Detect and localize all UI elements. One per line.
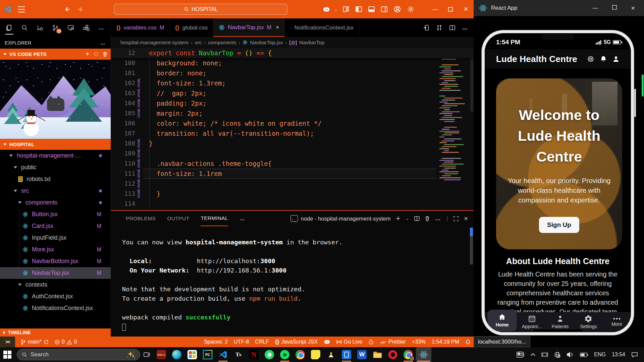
taskbar-app-phonelink[interactable] [339,347,354,362]
taskbar-app-chrome-profile[interactable] [400,347,416,362]
pets-section-header[interactable]: VS CODE PETS + [0,49,111,60]
nav-item-settings[interactable]: Settings [574,312,602,332]
tab-navbartop-jsx[interactable]: NavbarTop.jsxM× [213,18,285,37]
go-live-item[interactable]: Go Live [333,337,365,347]
code-editor[interactable]: 12export const NavbarTop = () => { 100 b… [111,48,474,210]
tree-item-public[interactable]: public [0,162,111,173]
maximize-button[interactable] [612,5,617,11]
more-actions-icon[interactable]: … [95,20,108,35]
notification-center-icon[interactable] [631,352,638,358]
close-tab-icon[interactable]: × [276,24,279,31]
terminal-instance[interactable]: ›_ node - hospital-management-system [290,215,391,222]
remote-explorer-icon[interactable] [64,20,77,35]
task-view-icon[interactable] [140,347,154,362]
taskbar-app-bible[interactable]: BIBLE [154,347,169,362]
settings-gear-icon[interactable] [404,6,417,13]
breadcrumb-item[interactable]: NavbarTop [299,40,324,46]
taskbar-app-vscode[interactable] [215,347,231,362]
browser-scrollbar-thumb[interactable] [642,74,644,97]
nav-item-appoint[interactable]: Appoint... [518,312,546,332]
tree-item-src[interactable]: src [0,185,111,197]
add-pet-icon[interactable]: + [86,50,90,58]
toggle-secondary-sidebar-icon[interactable] [378,6,390,12]
kill-terminal-icon[interactable] [425,216,430,221]
eol-item[interactable]: CRLF [252,337,272,347]
breadcrumb[interactable]: hospital-management-system›src›component… [111,37,474,48]
notifications-bell-icon[interactable] [462,337,474,347]
taskbar-app-edge[interactable] [169,347,184,362]
timeline-section[interactable]: TIMELINE [0,328,111,337]
prettier-item[interactable]: Prettier [377,337,409,347]
tray-expand-icon[interactable] [531,353,535,356]
battery-icon[interactable] [579,352,588,357]
terminal-dropdown-icon[interactable]: ⌄ [406,216,409,221]
nav-item-more[interactable]: More [603,312,631,332]
tree-item-contexts[interactable]: contexts [0,279,111,291]
taskbar-app-vlc[interactable] [323,347,339,362]
nav-item-home[interactable]: Home [488,310,516,331]
git-branch-item[interactable]: main* [18,337,52,347]
nav-item-patients[interactable]: Patients [546,312,574,332]
remote-indicator[interactable]: >< [0,337,15,347]
breadcrumb-item[interactable]: hospital-management-system [120,40,189,46]
tree-item-authcontext-jsx[interactable]: AuthContext.jsx [0,291,111,302]
breadcrumb-item[interactable]: NavbarTop.jsx [250,40,283,46]
taskbar-app-pycharm[interactable]: PC [200,347,215,362]
tray-clock[interactable]: 13:54 [612,352,625,358]
terminal-output[interactable]: You can now view hospital-management-sys… [111,226,469,337]
panel-tab-problems[interactable]: PROBLEMS [126,211,156,226]
tree-item-notificationscontext-jsx[interactable]: NotificationsContext.jsx [0,302,111,314]
app-notifications-bell-icon[interactable] [600,55,607,63]
close-button[interactable]: ✕ [458,0,474,18]
copilot-icon[interactable] [321,6,332,12]
language-indicator[interactable]: ENG [594,352,606,358]
nav-back-icon[interactable] [60,6,74,13]
tree-item-navbarbottom-jsx[interactable]: NavbarBottom.jsxM [0,255,111,267]
app-settings-gear-icon[interactable] [587,55,594,63]
run-debug-icon[interactable] [34,20,47,35]
tree-item-inputfield-jsx[interactable]: InputField.jsx [0,232,111,244]
minimap[interactable] [439,48,470,189]
split-editor-icon[interactable] [449,24,455,31]
minimize-button[interactable]: — [427,0,443,18]
delete-pets-icon[interactable] [103,52,107,57]
zoom-level-item[interactable]: +33% [409,337,429,347]
git-compare-icon[interactable] [436,24,442,31]
taskbar-app-typography[interactable]: Th [231,347,246,362]
extensions-icon[interactable] [79,20,93,35]
panel-more-icon[interactable]: … [435,216,441,222]
copilot-status-icon[interactable] [321,337,333,347]
tab-variables-css[interactable]: {}variables.cssM [111,18,170,37]
volume-icon[interactable] [567,352,573,358]
tree-item-card-jsx[interactable]: Card.jsxM [0,220,111,232]
screen-cast-icon[interactable] [541,352,548,358]
project-section-header[interactable]: HOSPITAL [0,139,111,150]
language-mode-item[interactable]: {̇} JavaScript JSX [272,337,321,347]
tree-item-robots-txt[interactable]: robots.txt [0,173,111,185]
nav-forward-icon[interactable] [74,6,87,13]
close-button[interactable]: ✕ [631,5,635,11]
command-search-box[interactable]: HOSPITAL [114,4,287,15]
encoding-item[interactable]: UTF-8 [231,337,252,347]
breadcrumb-item[interactable]: components [208,40,236,46]
split-terminal-icon[interactable] [414,216,420,221]
taskbar-search[interactable]: Search [17,349,140,360]
tree-item-more-jsx[interactable]: More.jsxM [0,244,111,255]
open-preview-icon[interactable] [423,24,429,31]
toggle-panel-icon[interactable] [365,6,378,12]
taskbar-app-chrome[interactable] [292,347,308,362]
source-control-icon[interactable]: 13 [49,20,62,35]
roll-call-icon[interactable] [94,52,98,56]
search-icon[interactable] [18,20,31,35]
tree-item-components[interactable]: components [0,197,111,208]
taskbar-app-store[interactable] [184,347,200,362]
taskbar-app-word[interactable]: W [354,347,370,362]
panel-tabs-more-icon[interactable]: … [239,216,246,222]
taskbar-app-react-devtools[interactable] [416,347,431,362]
layout-grid-icon[interactable] [339,6,352,12]
tree-item-navbartop-jsx[interactable]: NavbarTop.jsxM [0,267,111,279]
panel-tab-terminal[interactable]: TERMINAL [201,211,228,226]
tab-global-css[interactable]: {}global.css [170,18,213,37]
minimize-button[interactable]: — [593,5,598,11]
explorer-icon[interactable] [3,20,16,35]
